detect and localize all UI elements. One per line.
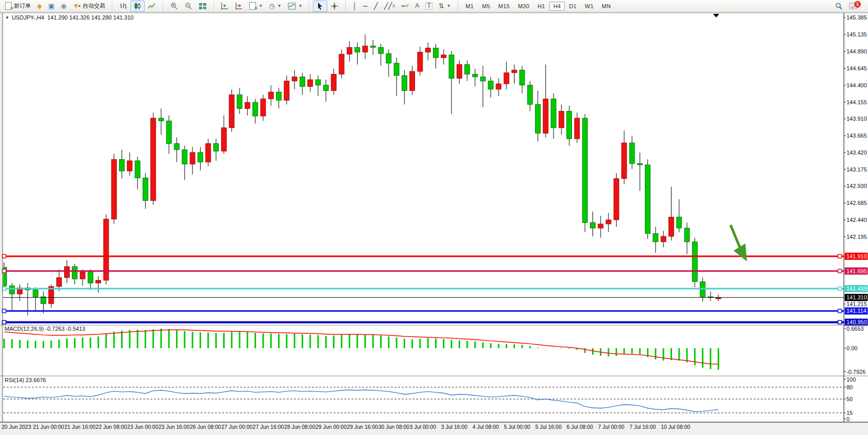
hline-handle[interactable] [3, 269, 6, 273]
toolbar-separator [163, 2, 163, 11]
candle-body [9, 286, 14, 294]
candle-body [72, 267, 77, 279]
new-chart-button[interactable]: ▼ [246, 1, 266, 11]
hline-price-badge-text: 141.695 [846, 268, 867, 274]
candle-body [457, 65, 462, 79]
search-button[interactable] [832, 1, 846, 12]
hline-handle[interactable] [838, 287, 842, 290]
hline-handle[interactable] [3, 254, 6, 258]
arrows-tool-button[interactable]: ⇅ ▼ [436, 1, 454, 11]
hline-price-badge-text: 141.910 [846, 253, 867, 259]
arrows-icon: ⇅ [439, 3, 444, 9]
candle-body [645, 165, 650, 234]
hline-handle[interactable] [3, 287, 6, 290]
text-label-tool-button[interactable]: T [422, 1, 435, 11]
price-tick-label: 144.645 [846, 65, 867, 71]
candlestick-icon [133, 2, 142, 10]
tf-h1-button[interactable]: H1 [534, 2, 549, 11]
chart-shift-button[interactable] [232, 1, 246, 12]
text-icon: A [415, 3, 419, 9]
signals-button[interactable]: ◉ [57, 1, 69, 11]
tf-m5-button[interactable]: M5 [478, 2, 494, 11]
price-tick-label: 145.385 [846, 14, 867, 21]
new-order-button[interactable]: 新订单 [2, 1, 34, 11]
candle-body [622, 143, 627, 179]
hline-handle[interactable] [838, 269, 842, 273]
rsi-axis-label: 15 [846, 410, 853, 416]
candle-body [363, 46, 368, 52]
tf-d1-button[interactable]: D1 [565, 2, 581, 11]
time-axis-label: 23 Jun 00:00 [127, 424, 159, 430]
hline-handle[interactable] [838, 254, 842, 258]
deposit-button[interactable]: ◆ [34, 1, 45, 11]
main-toolbar: 新订单 ◆ ▣ ◉ ▼ ● 自动交易 [0, 0, 868, 12]
candle-body [637, 163, 642, 165]
tf-m30-button[interactable]: M30 [514, 2, 534, 11]
horizontal-line-tool-button[interactable]: ─ [360, 1, 371, 11]
tf-h4-button[interactable]: H4 [549, 2, 565, 11]
cursor-tool-button[interactable] [313, 1, 327, 12]
zoom-in-button[interactable] [167, 1, 181, 12]
price-tick-label: 145.135 [846, 31, 867, 37]
market-watch-window-button[interactable]: ▣ [45, 1, 57, 11]
hline-handle[interactable] [838, 309, 842, 313]
new-order-label: 新订单 [14, 2, 31, 10]
candle-body [300, 77, 305, 87]
hline-handle[interactable] [838, 320, 842, 324]
text-tool-button[interactable]: A [412, 1, 422, 11]
candle-body [567, 111, 572, 139]
candle-body [543, 99, 548, 134]
candle-body [527, 85, 532, 104]
chat-bubble-icon: 1 [849, 3, 858, 9]
candle-body [355, 47, 360, 52]
tf-w1-button[interactable]: W1 [581, 2, 598, 11]
chevron-down-icon: ▼ [278, 4, 282, 8]
line-chart-icon [148, 2, 156, 10]
time-axis-label: 28 Jun 08:00 [284, 424, 315, 430]
candle-body [669, 217, 674, 236]
fibonacci-tool-button[interactable]: ┅ F [399, 1, 412, 11]
tf-m15-button[interactable]: M15 [494, 2, 514, 11]
horizontal-line-icon: ─ [363, 3, 368, 9]
candle-body [692, 242, 697, 282]
indicators-button[interactable]: ▼ [285, 1, 306, 12]
hline-handle[interactable] [3, 309, 6, 313]
time-axis-label: 26 Jun 08:00 [190, 424, 221, 430]
time-axis-label: 7 Jul 16:00 [629, 424, 656, 430]
tile-windows-button[interactable] [195, 1, 210, 12]
hline-handle[interactable] [3, 320, 6, 324]
tf-mn-button[interactable]: MN [598, 2, 615, 11]
deposit-icon: ◆ [37, 3, 42, 9]
candle-body [378, 47, 383, 53]
bar-chart-mode-button[interactable] [116, 1, 130, 12]
vertical-line-icon: │ [352, 3, 357, 9]
line-chart-mode-button[interactable] [145, 1, 159, 12]
vertical-line-tool-button[interactable]: │ [349, 1, 360, 11]
trendline-tool-button[interactable]: ╱ [371, 1, 381, 11]
candle-body [418, 52, 423, 71]
channel-sub-label: E [392, 4, 395, 8]
price-tick-label: 142.685 [846, 200, 867, 206]
candle-body [277, 92, 282, 100]
crosshair-tool-button[interactable] [327, 1, 342, 12]
zoom-out-button[interactable] [181, 1, 195, 12]
new-order-icon [5, 2, 12, 10]
notification-badge: 1 [854, 1, 861, 8]
candlestick-mode-button[interactable] [130, 1, 145, 12]
collapse-triangle-icon[interactable]: ▼ [5, 15, 9, 20]
channel-tool-button[interactable]: ╱╱ E [381, 1, 399, 11]
candle-body [535, 104, 540, 133]
candle-body [677, 217, 682, 228]
chevron-down-icon: ▼ [259, 4, 263, 8]
candle-body [245, 102, 250, 108]
auto-trading-button[interactable]: ▼ ● 自动交易 [70, 1, 109, 11]
candle-body [590, 222, 596, 228]
auto-scroll-icon [221, 2, 229, 10]
notifications-button[interactable]: 1 [846, 1, 861, 11]
price-tick-label: 143.910 [846, 116, 867, 122]
period-button[interactable]: ◷ ▼ [266, 1, 284, 11]
time-axis-label: 20 Jun 2023 [2, 424, 31, 430]
candle-body [598, 224, 603, 228]
auto-scroll-button[interactable] [218, 1, 232, 12]
tf-m1-button[interactable]: M1 [462, 2, 478, 11]
